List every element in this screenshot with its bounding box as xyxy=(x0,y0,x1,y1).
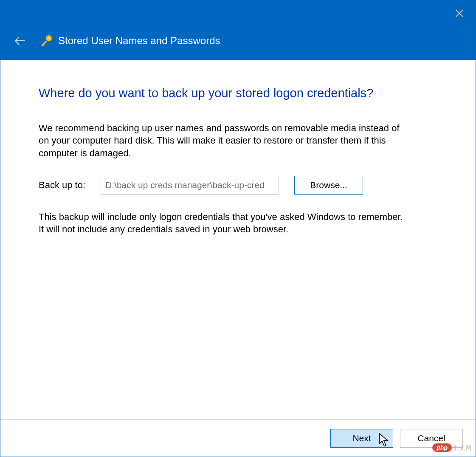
back-arrow-icon xyxy=(13,34,27,48)
next-button[interactable]: Next xyxy=(330,429,393,448)
description-text: We recommend backing up user names and p… xyxy=(39,122,408,160)
close-button[interactable] xyxy=(447,4,472,23)
footer: Next Cancel xyxy=(0,419,476,457)
page-heading: Where do you want to back up your stored… xyxy=(39,85,437,102)
backup-label: Back up to: xyxy=(39,180,85,191)
titlebar: Stored User Names and Passwords xyxy=(0,0,476,60)
cancel-button[interactable]: Cancel xyxy=(400,429,463,448)
backup-path-input[interactable] xyxy=(101,176,279,195)
wizard-window: Stored User Names and Passwords Where do… xyxy=(0,0,476,457)
note-text: This backup will include only logon cred… xyxy=(39,211,408,236)
svg-point-4 xyxy=(48,37,50,39)
window-title: Stored User Names and Passwords xyxy=(58,35,220,47)
content-area: Where do you want to back up your stored… xyxy=(0,60,476,419)
close-icon xyxy=(455,9,464,17)
browse-button[interactable]: Browse... xyxy=(294,176,363,195)
back-button[interactable] xyxy=(11,32,28,49)
key-icon xyxy=(39,34,53,48)
backup-path-row: Back up to: Browse... xyxy=(39,176,437,195)
